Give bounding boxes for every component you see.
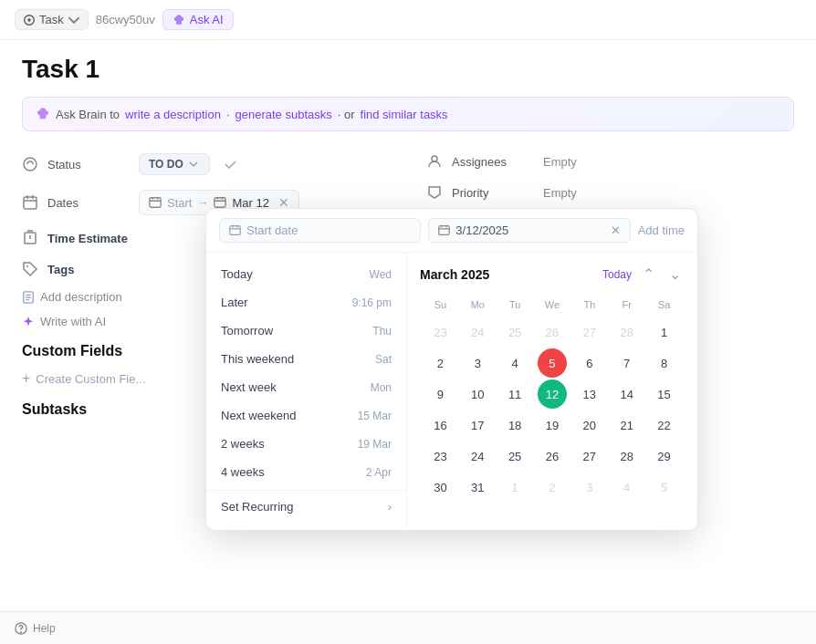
cal-day-26[interactable]: 26 [538, 441, 567, 471]
quick-option-next-weekend[interactable]: Next weekend15 Mar [206, 401, 406, 430]
cal-day-10[interactable]: 10 [463, 379, 492, 409]
calendar-nav: Today ⌃ ⌄ [602, 264, 685, 285]
cal-day-30[interactable]: 30 [425, 473, 455, 502]
timer-icon [22, 230, 38, 246]
dates-arrow: → [197, 196, 208, 209]
cal-day-24[interactable]: 24 [463, 317, 492, 347]
priority-label: Priority [452, 186, 534, 200]
generate-subtasks-link[interactable]: generate subtasks [235, 108, 332, 121]
quick-option-tomorrow[interactable]: TomorrowThu [206, 317, 406, 345]
cal-day-12[interactable]: 12 [538, 379, 567, 409]
cal-day-24[interactable]: 24 [463, 441, 492, 471]
quick-option-next-week[interactable]: Next weekMon [206, 373, 406, 401]
cal-day-5[interactable]: 5 [538, 348, 567, 378]
task-type-badge[interactable]: Task [15, 9, 89, 30]
ask-ai-button[interactable]: Ask AI [162, 9, 234, 30]
end-cal-icon [438, 224, 450, 236]
date-picker-header: Start date 3/12/2025 ✕ Add time [206, 209, 697, 253]
cal-day-21[interactable]: 21 [612, 410, 642, 440]
quick-option-later[interactable]: Later9:16 pm [206, 288, 406, 317]
cal-day-15[interactable]: 15 [650, 379, 679, 409]
cal-dow-th: Th [570, 297, 608, 312]
cal-day-27[interactable]: 27 [575, 317, 604, 347]
end-date-input[interactable]: 3/12/2025 ✕ [428, 218, 630, 243]
cal-day-9[interactable]: 9 [425, 379, 455, 409]
cal-day-23[interactable]: 23 [425, 317, 455, 347]
cal-day-7[interactable]: 7 [612, 348, 642, 378]
cal-day-25[interactable]: 25 [500, 317, 529, 347]
cal-day-1[interactable]: 1 [500, 473, 529, 502]
cal-week-4: 23242526272829 [422, 441, 683, 471]
cal-day-2[interactable]: 2 [425, 348, 455, 378]
cal-day-27[interactable]: 27 [575, 441, 604, 471]
cal-day-1[interactable]: 1 [650, 317, 679, 347]
quick-option-right: Sat [375, 353, 392, 366]
tag-icon [22, 261, 38, 277]
cal-day-22[interactable]: 22 [650, 410, 679, 440]
status-value: TO DO [149, 158, 183, 171]
cal-day-29[interactable]: 29 [650, 441, 679, 471]
add-description-label: Add description [40, 290, 122, 304]
page-title[interactable]: Task 1 [22, 55, 794, 84]
cal-day-14[interactable]: 14 [612, 379, 642, 409]
calendar-next-button[interactable]: ⌄ [665, 264, 685, 285]
task-id: 86cwy50uv [96, 13, 155, 26]
calendar-grid: SuMoTuWeThFrSa 2324252627281234567891011… [420, 296, 685, 505]
quick-option-this-weekend[interactable]: This weekendSat [206, 345, 406, 373]
cal-day-4[interactable]: 4 [612, 473, 642, 502]
quick-option-right: 15 Mar [358, 410, 392, 422]
add-time-button[interactable]: Add time [638, 223, 685, 237]
cal-day-28[interactable]: 28 [612, 317, 642, 347]
quick-option-4-weeks[interactable]: 4 weeks2 Apr [206, 458, 406, 486]
cal-dow-su: Su [422, 297, 459, 312]
quick-option-right: 19 Mar [358, 438, 392, 451]
svg-point-13 [21, 631, 22, 632]
dates-label: Dates [47, 196, 130, 210]
cal-day-25[interactable]: 25 [500, 441, 529, 471]
svg-rect-5 [214, 198, 225, 208]
cal-day-31[interactable]: 31 [463, 473, 492, 502]
assignee-icon [426, 153, 443, 170]
cal-day-8[interactable]: 8 [650, 348, 679, 378]
assignees-value: Empty [543, 155, 577, 169]
calendar-header: March 2025 Today ⌃ ⌄ [420, 264, 685, 285]
cal-day-13[interactable]: 13 [575, 379, 604, 409]
cal-day-4[interactable]: 4 [500, 348, 529, 378]
status-arrow-icon [187, 158, 200, 171]
status-button[interactable]: TO DO [139, 153, 210, 175]
status-label: Status [47, 158, 130, 171]
status-check-icon[interactable] [223, 157, 237, 171]
cal-day-26[interactable]: 26 [538, 317, 567, 347]
cal-week-5: 303112345 [422, 473, 683, 502]
cal-day-16[interactable]: 16 [425, 410, 455, 440]
cal-day-6[interactable]: 6 [575, 348, 604, 378]
start-cal-icon [229, 224, 241, 236]
cal-day-20[interactable]: 20 [575, 410, 604, 440]
cal-day-5[interactable]: 5 [650, 473, 679, 502]
ask-brain-banner: Ask Brain to write a description · gener… [22, 97, 794, 131]
calendar-prev-button[interactable]: ⌃ [639, 264, 658, 285]
cal-week-1: 2345678 [422, 348, 683, 378]
quick-option-label: 4 weeks [221, 465, 265, 479]
cal-day-23[interactable]: 23 [425, 441, 455, 471]
cal-day-18[interactable]: 18 [500, 410, 529, 440]
cal-day-3[interactable]: 3 [575, 473, 604, 502]
quick-option-2-weeks[interactable]: 2 weeks19 Mar [206, 430, 406, 458]
cal-day-17[interactable]: 17 [463, 410, 492, 440]
find-similar-link[interactable]: find similar tasks [361, 108, 448, 121]
cal-day-2[interactable]: 2 [538, 473, 567, 502]
write-description-link[interactable]: write a description [125, 108, 221, 121]
quick-option-today[interactable]: TodayWed [206, 260, 406, 288]
cal-dow-tu: Tu [497, 297, 534, 312]
cal-day-19[interactable]: 19 [538, 410, 567, 440]
cal-day-11[interactable]: 11 [500, 379, 529, 409]
svg-point-8 [432, 156, 437, 161]
end-date-clear[interactable]: ✕ [611, 223, 621, 237]
set-recurring-button[interactable]: Set Recurring› [206, 490, 406, 523]
calendar-today-button[interactable]: Today [602, 268, 632, 281]
cal-day-28[interactable]: 28 [612, 441, 642, 471]
cal-day-3[interactable]: 3 [463, 348, 492, 378]
svg-rect-4 [150, 198, 161, 208]
priority-icon [426, 184, 443, 201]
start-date-input[interactable]: Start date [219, 218, 421, 243]
